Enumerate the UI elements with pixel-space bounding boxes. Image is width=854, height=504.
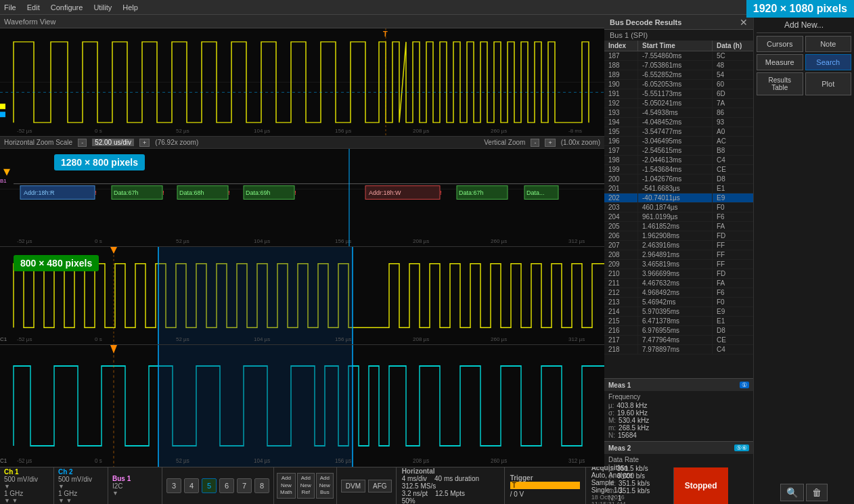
meas2-stat-row: N:1 bbox=[608, 495, 749, 502]
note-btn[interactable]: Note bbox=[805, 36, 852, 52]
vert-zoom-plus[interactable]: + bbox=[545, 139, 555, 147]
plot-btn[interactable]: Plot bbox=[805, 72, 852, 95]
bus-row[interactable]: 203 460.1874µs F0 bbox=[604, 203, 753, 212]
ch3-btn[interactable]: 3 bbox=[166, 478, 181, 493]
bus-row[interactable]: 207 2.463916ms FF bbox=[604, 241, 753, 250]
svg-text:52 µs: 52 µs bbox=[176, 336, 189, 342]
bus-row[interactable]: 187 -7.554860ms 5C bbox=[604, 51, 753, 61]
bus-table: Index Start Time Data (h) 187 -7.554860m… bbox=[604, 41, 753, 378]
bus-cell-time: 6.976955ms bbox=[638, 326, 713, 335]
add-math-btn[interactable]: Add New Math bbox=[277, 473, 296, 498]
bus-row[interactable]: 218 7.978897ms C4 bbox=[604, 345, 753, 354]
bus-cell-data: E1 bbox=[713, 184, 753, 193]
bus-row[interactable]: 199 -1.543684ms CE bbox=[604, 165, 753, 175]
add-bus-btn[interactable]: Add New Bus bbox=[316, 473, 334, 498]
horiz-val2: 312.5 MS/s bbox=[402, 482, 499, 490]
bus-cell-index: 192 bbox=[604, 99, 638, 108]
svg-text:!: ! bbox=[294, 189, 296, 196]
bus-row[interactable]: 193 -4.54938ms 86 bbox=[604, 108, 753, 118]
svg-text:260 µs: 260 µs bbox=[491, 238, 507, 244]
bus-row[interactable]: 202 -40.74011µs E9 bbox=[604, 193, 753, 203]
bus-cell-time: 460.1874µs bbox=[638, 203, 713, 212]
menu-bar: File Edit Configure Utility Help bbox=[0, 0, 854, 15]
bus-row[interactable]: 190 -6.052053ms 60 bbox=[604, 80, 753, 89]
bus-row[interactable]: 191 -5.551173ms 6D bbox=[604, 89, 753, 99]
svg-text:C1: C1 bbox=[0, 336, 7, 342]
bus-row[interactable]: 200 -1.042676ms D8 bbox=[604, 175, 753, 184]
zoom-icon-btn[interactable]: 🔍 bbox=[780, 484, 804, 501]
ch8-btn[interactable]: 8 bbox=[254, 478, 269, 493]
ch2-freq: 1 GHz bbox=[58, 490, 104, 497]
bus-row[interactable]: 192 -5.050241ms 7A bbox=[604, 99, 753, 108]
ch5-btn[interactable]: 5 bbox=[202, 478, 217, 493]
ch2-label: Ch 2 bbox=[58, 468, 104, 476]
bus-row[interactable]: 213 5.46942ms F0 bbox=[604, 298, 753, 307]
vert-zoom-minus[interactable]: - bbox=[531, 139, 539, 147]
bus-table-body[interactable]: 187 -7.554860ms 5C 188 -7.053861ms 48 18… bbox=[604, 51, 753, 378]
afg-btn[interactable]: AFG bbox=[368, 480, 392, 492]
bus-cell-data: B8 bbox=[713, 146, 753, 155]
bus-cell-time: -541.6683µs bbox=[638, 184, 713, 193]
bus-row[interactable]: 212 4.968492ms F6 bbox=[604, 288, 753, 298]
bus-row[interactable]: 215 6.471378ms E1 bbox=[604, 317, 753, 326]
bus-row[interactable]: 189 -6.552852ms 54 bbox=[604, 70, 753, 80]
bus-row[interactable]: 197 -2.545615ms B8 bbox=[604, 146, 753, 156]
bus-cell-data: F0 bbox=[713, 203, 753, 212]
bus-cell-index: 193 bbox=[604, 108, 638, 117]
meas2-badge: ⑤⑥ bbox=[734, 444, 749, 451]
bus-cell-data: FA bbox=[713, 222, 753, 231]
bus-cell-time: -7.053861ms bbox=[638, 61, 713, 70]
ch6-btn[interactable]: 6 bbox=[219, 478, 234, 493]
ch7-btn[interactable]: 7 bbox=[237, 478, 252, 493]
bus-row[interactable]: 208 2.964891ms FF bbox=[604, 250, 753, 260]
ch4-btn[interactable]: 4 bbox=[184, 478, 199, 493]
bus-row[interactable]: 217 7.477964ms CE bbox=[604, 336, 753, 345]
bus-cell-index: 199 bbox=[604, 165, 638, 174]
zoom-minus-btn[interactable]: - bbox=[78, 139, 87, 147]
bus-cell-index: 208 bbox=[604, 250, 638, 259]
bus-row[interactable]: 196 -3.046495ms AC bbox=[604, 137, 753, 146]
bus-row[interactable]: 211 4.467632ms FA bbox=[604, 279, 753, 288]
cursors-btn[interactable]: Cursors bbox=[757, 36, 803, 52]
bus-cell-time: -2.044613ms bbox=[638, 156, 713, 164]
zoom-plus-btn[interactable]: + bbox=[139, 139, 150, 147]
bus-row[interactable]: 188 -7.053861ms 48 bbox=[604, 61, 753, 70]
add-new-measure-search-row: Measure Search bbox=[757, 54, 851, 70]
trash-icon-btn[interactable]: 🗑 bbox=[806, 484, 828, 501]
menu-edit[interactable]: Edit bbox=[27, 3, 40, 12]
menu-file[interactable]: File bbox=[4, 3, 16, 12]
bus-row[interactable]: 205 1.461852ms FA bbox=[604, 222, 753, 231]
dvm-btn[interactable]: DVM bbox=[341, 480, 365, 492]
bus-decode-close[interactable]: ✕ bbox=[740, 17, 748, 28]
svg-text:0 s: 0 s bbox=[95, 457, 102, 464]
meas2-stat-name: Data Rate bbox=[608, 456, 749, 463]
bus-row[interactable]: 209 3.465819ms FF bbox=[604, 260, 753, 269]
add-ref-btn[interactable]: Add New Ref bbox=[297, 473, 315, 498]
bus-row[interactable]: 201 -541.6683µs E1 bbox=[604, 184, 753, 193]
bus-row[interactable]: 194 -4.048452ms 93 bbox=[604, 118, 753, 127]
bus-row[interactable]: 214 5.970395ms E9 bbox=[604, 307, 753, 317]
bus-row[interactable]: 210 3.966699ms FD bbox=[604, 269, 753, 279]
bus-cell-index: 196 bbox=[604, 137, 638, 145]
bus-row[interactable]: 204 961.0199µs F6 bbox=[604, 212, 753, 222]
measure-btn[interactable]: Measure bbox=[757, 54, 803, 70]
col-index: Index bbox=[604, 41, 638, 51]
bus-row[interactable]: 206 1.962908ms FD bbox=[604, 231, 753, 241]
meas1-badge: ① bbox=[740, 382, 749, 388]
bus-cell-index: 190 bbox=[604, 80, 638, 89]
search-btn[interactable]: Search bbox=[805, 54, 852, 70]
col-data: Data (h) bbox=[713, 41, 753, 51]
results-plot-row: Results Table Plot bbox=[757, 72, 851, 95]
results-table-btn[interactable]: Results Table bbox=[757, 72, 803, 95]
svg-text:52 µs: 52 µs bbox=[176, 128, 189, 134]
ch2-status: Ch 2 500 mV/div ▼ 1 GHz ▼ ▼ bbox=[54, 467, 108, 504]
bus-cell-time: -40.74011µs bbox=[638, 193, 713, 202]
bus-row[interactable]: 198 -2.044613ms C4 bbox=[604, 156, 753, 165]
bus-cell-data: 54 bbox=[713, 70, 753, 79]
bus-row[interactable]: 195 -3.547477ms A0 bbox=[604, 127, 753, 137]
menu-configure[interactable]: Configure bbox=[51, 3, 83, 12]
menu-help[interactable]: Help bbox=[122, 3, 138, 12]
bus-row[interactable]: 216 6.976955ms D8 bbox=[604, 326, 753, 336]
bus-cell-time: -6.552852ms bbox=[638, 70, 713, 79]
menu-utility[interactable]: Utility bbox=[93, 3, 112, 12]
